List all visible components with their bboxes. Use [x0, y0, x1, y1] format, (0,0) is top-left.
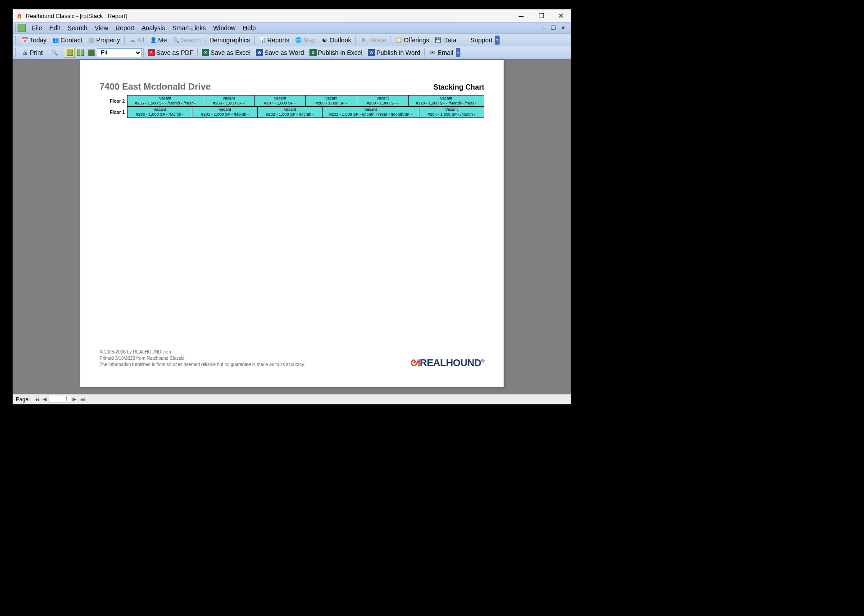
stacking-unit: Vacant#207 - 1,000 SF -	[254, 95, 306, 107]
globe-icon: 🌐	[295, 36, 302, 44]
zoom-select[interactable]: Fit	[97, 48, 142, 57]
excel-icon: X	[202, 49, 209, 56]
all-button[interactable]: ☁ All	[126, 35, 147, 45]
page-label: Page:	[16, 396, 30, 403]
maximize-button[interactable]: ☐	[531, 9, 551, 22]
view-two-page[interactable]	[76, 48, 86, 58]
prev-page-button[interactable]: ◀	[41, 396, 49, 403]
menu-help[interactable]: Help	[239, 23, 259, 32]
report-footer: © 2005-2006 by REALHOUND.com Printed 3/1…	[100, 349, 484, 368]
menu-file[interactable]: File	[28, 23, 46, 32]
delete-button[interactable]: ✖ Delete	[357, 35, 389, 45]
unit-status: Vacant	[409, 96, 483, 101]
menu-app-icon[interactable]	[18, 24, 26, 32]
realhound-logo: ᘛREALHOUND®	[410, 358, 484, 366]
support-button[interactable]: ❔ Support	[459, 35, 495, 45]
offerings-button[interactable]: 📋 Offerings	[392, 35, 432, 45]
separator	[254, 36, 255, 45]
page-input[interactable]	[49, 396, 70, 403]
report-workspace[interactable]: 7400 East Mcdonald Drive Stacking Chart …	[13, 59, 571, 394]
close-button[interactable]: ✕	[551, 9, 571, 22]
mdi-minimize-button[interactable]: –	[539, 24, 547, 32]
data-button[interactable]: 💾 Data	[432, 35, 459, 45]
toolbar-grip[interactable]	[15, 24, 17, 32]
view-single-page[interactable]	[65, 48, 75, 58]
statusbar: Page: ⏮ ◀ ▶ ⏭	[13, 394, 571, 404]
stacking-unit: Vacant#202 - 1,000 SF - /Month -	[257, 106, 323, 118]
save-excel-button[interactable]: X Save as Excel	[199, 47, 253, 58]
separator	[63, 48, 63, 57]
stacking-unit: Vacant#201 - 1,000 SF - /Month -	[192, 106, 257, 118]
email-button[interactable]: ✉ Email	[426, 47, 456, 58]
today-button[interactable]: 📅 Today	[18, 35, 49, 45]
menu-view[interactable]: View	[91, 23, 112, 32]
reports-button[interactable]: 📊 Reports	[256, 35, 292, 45]
last-page-button[interactable]: ⏭	[78, 396, 86, 403]
menu-report[interactable]: Report	[112, 23, 138, 32]
chart-icon: 📊	[259, 36, 266, 44]
search-button[interactable]: 🔍 Search	[170, 35, 204, 45]
unit-details: #204 - 1,000 SF - /Month -	[420, 112, 483, 117]
separator	[124, 36, 125, 45]
outlook-button[interactable]: ☯ Outlook	[318, 35, 354, 45]
unit-status: Vacant	[420, 107, 483, 112]
stacking-unit: Vacant#205 - 1,500 SF - /Month - /Year -	[127, 95, 203, 107]
separator	[205, 36, 205, 45]
menu-window[interactable]: Window	[209, 23, 239, 32]
publish-word-button[interactable]: W Publish in Word	[365, 47, 423, 58]
zoom-search-button[interactable]: 🔍	[49, 47, 61, 58]
unit-details: #207 - 1,000 SF -	[255, 101, 305, 106]
map-button[interactable]: 🌐 Map	[292, 35, 318, 45]
email-icon: ✉	[429, 49, 436, 56]
toolbar-grip[interactable]	[15, 48, 17, 57]
unit-status: Vacant	[323, 107, 418, 112]
view-multi-page[interactable]	[86, 48, 96, 58]
data-icon: 💾	[435, 36, 442, 44]
menu-smartlinks[interactable]: Smart-Links	[168, 23, 209, 32]
toolbar-overflow[interactable]: ▾	[495, 36, 500, 45]
flame-icon: ᘛ	[410, 355, 420, 369]
menu-edit[interactable]: Edit	[46, 23, 64, 32]
printer-icon: 🖨	[21, 49, 28, 56]
unit-status: Vacant	[204, 96, 253, 101]
menu-analysis[interactable]: Analysis	[138, 23, 168, 32]
pdf-icon: A	[148, 49, 155, 56]
publish-excel-button[interactable]: X Publish in Excel	[307, 47, 365, 58]
unit-status: Vacant	[193, 107, 256, 112]
list-icon: 📋	[395, 36, 402, 44]
unit-details: #203 - 1,500 SF - /Month - /Year - /Mont…	[323, 112, 418, 117]
print-button[interactable]: 🖨 Print	[18, 47, 45, 58]
unit-details: #210 - 1,500 SF - /Month - /Year -	[409, 101, 483, 106]
separator	[391, 36, 391, 45]
stacking-unit: Vacant#204 - 1,000 SF - /Month -	[419, 106, 484, 118]
save-pdf-button[interactable]: A Save as PDF	[145, 47, 196, 58]
me-button[interactable]: 👤 Me	[147, 35, 169, 45]
floor-row-1: Floor 1 Vacant#200 - 1,000 SF - /Month -…	[100, 107, 484, 118]
contact-button[interactable]: 👥 Contact	[49, 35, 85, 45]
report-toolbar: 🖨 Print 🔍 Fit A Save as PDF X Save as Ex…	[13, 46, 571, 59]
people-icon: 👥	[52, 36, 59, 44]
unit-details: #202 - 1,000 SF - /Month -	[259, 112, 321, 117]
stacking-unit: Vacant#206 - 1,000 SF -	[203, 95, 255, 107]
unit-status: Vacant	[307, 96, 356, 101]
unit-details: #206 - 1,000 SF -	[204, 101, 253, 106]
demographics-button[interactable]: Demographics	[207, 35, 253, 45]
search-icon: 🔍	[173, 36, 180, 44]
separator	[47, 48, 47, 57]
excel-icon: X	[309, 49, 317, 56]
menu-search[interactable]: Search	[64, 23, 91, 32]
minimize-button[interactable]: ─	[511, 9, 531, 22]
mdi-restore-button[interactable]: ❐	[549, 24, 557, 32]
toolbar-grip[interactable]	[15, 36, 17, 45]
first-page-button[interactable]: ⏮	[32, 396, 41, 403]
building-icon: 🏢	[88, 36, 95, 44]
save-word-button[interactable]: W Save as Word	[253, 47, 307, 58]
property-button[interactable]: 🏢 Property	[85, 35, 123, 45]
toolbar-overflow[interactable]: ▾	[456, 48, 460, 57]
separator	[355, 36, 356, 45]
mdi-close-button[interactable]: ✕	[559, 24, 567, 32]
unit-details: #205 - 1,500 SF - /Month - /Year -	[128, 101, 202, 106]
next-page-button[interactable]: ▶	[70, 396, 78, 403]
report-title: 7400 East Mcdonald Drive	[100, 82, 211, 92]
stacking-unit: Vacant#210 - 1,500 SF - /Month - /Year -	[408, 95, 484, 107]
